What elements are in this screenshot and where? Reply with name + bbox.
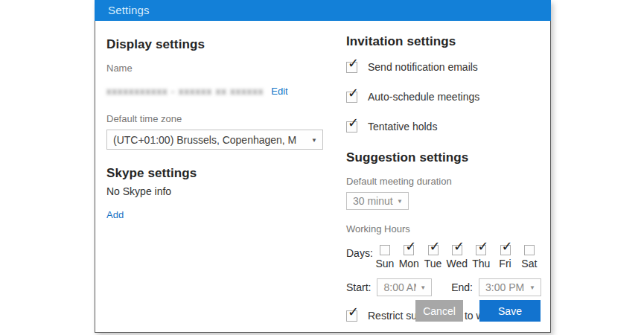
end-time-value: 3:00 PM	[485, 281, 524, 293]
day-column-wed: ✓ Wed	[445, 245, 469, 269]
day-label: Sat	[517, 258, 541, 269]
day-tue-checkbox[interactable]: ✓	[428, 245, 439, 255]
tentative-holds-checkbox[interactable]: ✓	[346, 121, 357, 133]
end-time-group: End: 3:00 PM ▼	[451, 278, 541, 296]
chevron-down-icon: ▼	[420, 284, 426, 291]
day-label: Fri	[493, 258, 517, 269]
checkmark-icon: ✓	[430, 240, 441, 253]
restrict-suggestions-checkbox[interactable]: ✓	[346, 310, 357, 322]
name-row: xxxxxxxxxxx - xxxxxx xx xxxxxx Edit	[106, 86, 331, 97]
day-column-fri: ✓ Fri	[493, 245, 517, 269]
day-label: Sun	[373, 258, 397, 269]
timezone-select-value: (UTC+01:00) Brussels, Copenhagen, M	[113, 134, 296, 146]
name-label: Name	[106, 63, 331, 74]
day-column-mon: ✓ Mon	[397, 245, 421, 269]
start-time-select[interactable]: 8:00 AM ▼	[377, 278, 432, 296]
checkmark-icon: ✓	[502, 240, 513, 253]
send-notification-emails-option[interactable]: ✓ Send notification emails	[346, 61, 541, 73]
checkmark-icon: ✓	[405, 240, 416, 253]
tentative-holds-option[interactable]: ✓ Tentative holds	[346, 121, 541, 133]
day-label: Thu	[469, 258, 493, 269]
skype-settings-heading: Skype settings	[106, 166, 331, 181]
day-thu-checkbox[interactable]: ✓	[476, 245, 486, 255]
meeting-duration-select[interactable]: 30 minutes ▼	[346, 192, 409, 210]
auto-schedule-meetings-checkbox[interactable]: ✓	[346, 92, 357, 103]
add-skype-link[interactable]: Add	[106, 209, 124, 220]
day-label: Wed	[445, 258, 469, 269]
checkmark-icon: ✓	[348, 305, 359, 319]
timezone-label: Default time zone	[106, 113, 331, 124]
checkmark-icon: ✓	[348, 57, 359, 70]
chevron-down-icon: ▼	[311, 136, 317, 143]
day-sun-checkbox[interactable]: ✓	[380, 245, 390, 255]
day-label: Mon	[397, 258, 421, 269]
display-settings-column: Display settings Name xxxxxxxxxxx - xxxx…	[106, 37, 331, 221]
day-sat-checkbox[interactable]: ✓	[524, 245, 535, 255]
day-column-thu: ✓ Thu	[469, 245, 493, 269]
working-hours-time-row: Start: 8:00 AM ▼ End: 3:00 PM ▼	[346, 278, 541, 296]
save-button[interactable]: Save	[479, 300, 541, 322]
day-mon-checkbox[interactable]: ✓	[404, 245, 414, 255]
chevron-down-icon: ▼	[529, 284, 535, 291]
option-label: Tentative holds	[368, 121, 437, 133]
name-value-blurred: xxxxxxxxxxx - xxxxxx xx xxxxxx	[106, 86, 264, 97]
timezone-select[interactable]: (UTC+01:00) Brussels, Copenhagen, M ▼	[106, 130, 323, 150]
chevron-down-icon: ▼	[397, 198, 403, 205]
checkmark-icon: ✓	[348, 116, 359, 130]
day-wed-checkbox[interactable]: ✓	[452, 245, 462, 255]
display-settings-heading: Display settings	[106, 37, 331, 52]
checkmark-icon: ✓	[477, 240, 488, 253]
invitation-settings-heading: Invitation settings	[346, 34, 541, 49]
meeting-duration-label: Default meeting duration	[346, 176, 541, 187]
day-fri-checkbox[interactable]: ✓	[500, 245, 511, 255]
dialog-footer: Cancel Save	[415, 300, 541, 322]
checkmark-icon: ✓	[453, 240, 465, 253]
meeting-duration-value: 30 minutes	[353, 195, 393, 207]
dialog-title: Settings	[95, 0, 551, 21]
invitation-settings-column: Invitation settings ✓ Send notification …	[346, 34, 541, 335]
screen-background: Settings Display settings Name xxxxxxxxx…	[0, 0, 644, 335]
day-column-sun: ✓ Sun	[373, 245, 397, 269]
dialog-titlebar: Settings	[95, 0, 551, 21]
days-label: Days:	[346, 245, 373, 269]
working-days-group: Days: ✓ Sun ✓ Mon ✓ Tue ✓	[346, 245, 541, 269]
skype-status-text: No Skype info	[106, 185, 331, 197]
end-time-select[interactable]: 3:00 PM ▼	[479, 278, 541, 296]
auto-schedule-meetings-option[interactable]: ✓ Auto-schedule meetings	[346, 91, 541, 103]
end-label: End:	[451, 281, 473, 293]
start-time-value: 8:00 AM	[383, 281, 416, 293]
checkmark-icon: ✓	[348, 86, 359, 100]
suggestion-settings-heading: Suggestion settings	[346, 150, 541, 165]
settings-dialog: Settings Display settings Name xxxxxxxxx…	[95, 0, 551, 333]
send-notification-emails-checkbox[interactable]: ✓	[346, 62, 357, 73]
day-column-tue: ✓ Tue	[421, 245, 444, 269]
day-label: Tue	[421, 258, 444, 269]
day-column-sat: ✓ Sat	[517, 245, 541, 269]
option-label: Send notification emails	[368, 61, 478, 73]
dialog-content: Display settings Name xxxxxxxxxxx - xxxx…	[95, 21, 550, 332]
option-label: Auto-schedule meetings	[368, 91, 479, 103]
start-label: Start:	[346, 281, 371, 293]
edit-name-link[interactable]: Edit	[271, 86, 287, 97]
working-hours-label: Working Hours	[346, 223, 541, 234]
cancel-button[interactable]: Cancel	[415, 300, 463, 322]
